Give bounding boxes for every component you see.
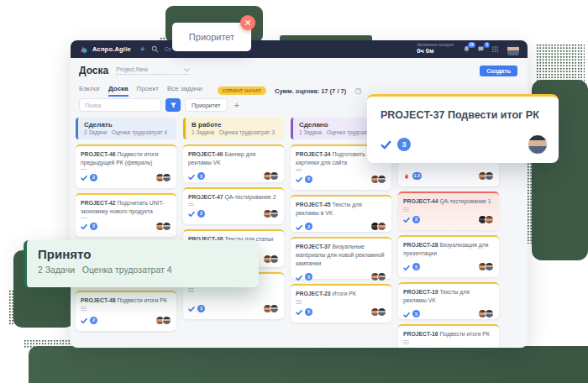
task-id: PROJECT-28 (403, 242, 439, 248)
points-badge: 2 (412, 216, 420, 223)
popup-task-id: PROJECT-37 (381, 109, 444, 121)
points-badge: 3 (397, 138, 411, 151)
task-text: Итоги РК (332, 291, 355, 296)
avatar (377, 307, 386, 317)
grunge-texture (536, 44, 585, 82)
task-id: PROJECT-37 (296, 244, 332, 249)
task-card[interactable]: PROJECT-47 QA-тестирование 22 (183, 187, 284, 224)
task-footer: 3 (188, 301, 279, 316)
points-badge: 5 (305, 308, 312, 316)
popup-task-text: Подвести итог РК (448, 109, 539, 121)
apps-grid-icon[interactable] (491, 45, 500, 54)
avatar (485, 171, 494, 181)
avatar (270, 304, 279, 313)
avatar (485, 215, 494, 224)
popup-task-title: PROJECT-37 Подвести итог РК (381, 109, 545, 121)
avatar (270, 254, 279, 264)
done-check-icon (296, 171, 302, 186)
avatar (162, 316, 171, 325)
priority-filter-chip[interactable]: Приоритет (185, 98, 228, 112)
create-button[interactable]: Создать (480, 66, 517, 76)
points-badge: 2 (90, 223, 97, 230)
task-card[interactable]: PROJECT-45 Тексты для рекламы в VK2 (291, 195, 391, 232)
column-2: В работе1 Задача Оценка трудозатрат 3PRO… (183, 118, 284, 319)
close-icon[interactable] (240, 15, 255, 30)
task-card-popup[interactable]: PROJECT-37 Подвести итог РК 3 (367, 94, 559, 163)
board-select-value: Project.New (116, 66, 148, 72)
add-filter-button[interactable]: + (234, 100, 239, 110)
user-avatar[interactable] (507, 44, 519, 55)
search-icon[interactable] (150, 45, 160, 54)
points-badge: 5 (305, 176, 312, 183)
done-check-icon (81, 218, 87, 233)
board-select[interactable]: Project.New (116, 66, 190, 75)
task-footer: 2 (81, 218, 171, 233)
assignee-avatars (370, 222, 386, 231)
funnel-icon (170, 102, 177, 109)
task-id: PROJECT-45 (296, 202, 332, 207)
search-input[interactable] (79, 98, 161, 112)
task-title: PROJECT-28 Визуализация для презентации (403, 241, 494, 258)
points-badge: 2 (197, 210, 205, 218)
task-card[interactable]: PROJECT-37 Визуальные материалы для ново… (291, 237, 391, 279)
done-check-icon (403, 212, 410, 227)
avatar (485, 262, 494, 271)
avatar (377, 222, 386, 231)
task-card[interactable]: PROJECT-19 Тексты для рекламы VK5 (398, 282, 499, 319)
assignee-avatars (478, 262, 494, 271)
tab-backlog[interactable]: Бэклог (79, 85, 100, 97)
top-navbar: Аспро.Agile + Сп Затрачено сегодня 0ч 0м… (71, 40, 528, 58)
quick-add-icon[interactable]: + (140, 45, 145, 54)
accepted-meta: 2 Задачи Оценка трудозатрат 4 (38, 265, 248, 275)
task-id: PROJECT-42 (81, 200, 117, 206)
task-card[interactable]: PROJECT-28 Визуализация для презентации5 (398, 235, 499, 277)
task-footer: 2 (188, 206, 279, 221)
task-footer: 1.5 (403, 168, 494, 183)
task-title: PROJECT-19 Тексты для рекламы VK (403, 288, 494, 305)
chevron-down-icon (184, 68, 190, 72)
filter-button[interactable] (165, 98, 181, 112)
assignee-avatars (155, 316, 171, 325)
points-badge: 5 (412, 310, 420, 317)
avatar (485, 309, 494, 318)
done-check-icon (403, 307, 410, 322)
task-card[interactable]: PROJECT-48 Подвести итоги РК2 (76, 291, 176, 331)
messages-icon[interactable]: 5 (476, 45, 486, 54)
grunge-texture (8, 290, 62, 325)
accepted-title: Принято (38, 247, 248, 261)
task-title: PROJECT-47 QA-тестирование 2 (188, 193, 279, 202)
task-card[interactable]: PROJECT-42 Подсчитать UNIT-экономику нов… (76, 193, 176, 237)
page-title: Доска (79, 65, 108, 76)
sprint-status-pill: СПРИНТ НАЧАТ (218, 87, 266, 95)
task-text: QA-тестирование 2 (224, 194, 276, 200)
app-name: Аспро.Agile (92, 45, 131, 53)
task-footer: 5 (403, 307, 494, 322)
assignee-avatars (263, 254, 279, 264)
board-header-row: Доска Project.New (79, 62, 190, 79)
notifications-bell-icon[interactable]: 26 (462, 45, 471, 54)
assignee-avatars (478, 215, 494, 224)
task-footer: 5 (296, 171, 386, 186)
tab-all-tasks[interactable]: Все задачи (167, 85, 202, 97)
time-tracker[interactable]: Затрачено сегодня 0ч 0м (417, 43, 454, 55)
accepted-column-callout: Принято 2 Задачи Оценка трудозатрат 4 (24, 240, 259, 287)
task-card[interactable]: PROJECT-23 Итоги РК5 (291, 284, 391, 323)
task-card[interactable]: PROJECT-16 Подвести итоги РК (398, 324, 499, 348)
done-check-icon (296, 270, 302, 285)
task-card[interactable]: PROJECT-44 QA-тестирование 12 (398, 192, 499, 230)
task-card[interactable]: PROJECT-46 Подвести итоги предыдущей РК … (76, 144, 176, 188)
task-title: PROJECT-23 Итоги РК (296, 290, 386, 298)
navbar-sprint-label[interactable]: Сп (165, 46, 171, 52)
time-tracker-value: 0ч 0м (417, 48, 454, 55)
task-card[interactable]: PROJECT-40 Баннер для рекламы VK3 (183, 144, 284, 182)
task-footer: 3 (188, 169, 279, 184)
tab-board[interactable]: Доска (108, 85, 128, 97)
avatar (270, 209, 279, 218)
avatar (377, 175, 386, 184)
task-title: PROJECT-42 Подсчитать UNIT-экономику нов… (81, 199, 171, 216)
description-icon (81, 307, 87, 311)
info-icon[interactable]: ? (354, 87, 362, 95)
tab-project[interactable]: Проект (137, 85, 159, 97)
task-title: PROJECT-37 Визуальные материалы для ново… (296, 243, 386, 268)
column-meta: 1 Задача Оценка трудозатрат 3 (192, 129, 278, 135)
